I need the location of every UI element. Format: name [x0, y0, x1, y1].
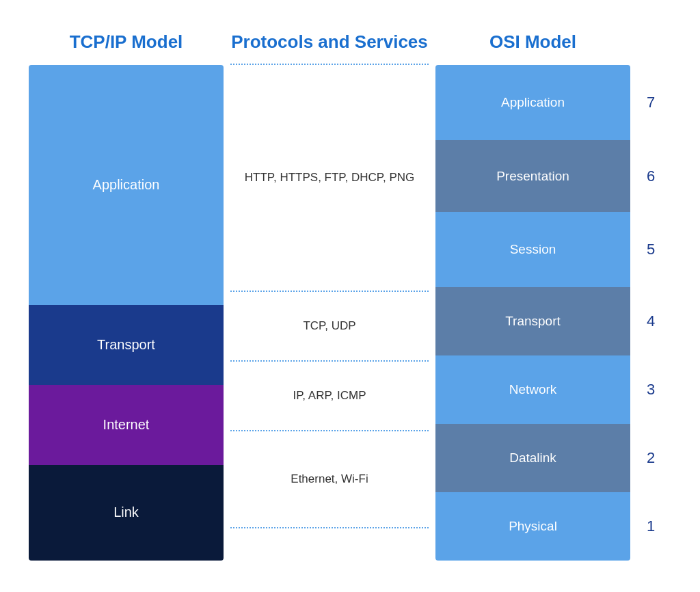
osi-num-7: 7: [630, 65, 671, 140]
tcpip-column: Application Transport Internet Link: [29, 65, 224, 561]
osi-num-6: 6: [630, 140, 671, 212]
osi-title: OSI Model: [435, 31, 630, 53]
headers-row: TCP/IP Model Protocols and Services OSI …: [29, 31, 671, 53]
tcpip-internet-label: Internet: [103, 417, 150, 433]
proto-divider-bottom: [230, 527, 429, 528]
tcpip-internet-layer: Internet: [29, 385, 224, 465]
osi-layer-6-label: Presentation: [496, 169, 569, 184]
protocol-link-text: Ethernet, Wi-Fi: [291, 472, 368, 486]
osi-layer-5-label: Session: [510, 242, 556, 257]
osi-layer-4: Transport: [435, 287, 630, 355]
osi-layer-7: Application: [435, 65, 630, 140]
osi-num-3: 3: [630, 355, 671, 424]
osi-num-7-text: 7: [647, 94, 655, 111]
osi-layer-3-label: Network: [509, 382, 557, 397]
osi-layer-4-label: Transport: [505, 314, 561, 329]
osi-layer-3: Network: [435, 355, 630, 424]
osi-layer-6: Presentation: [435, 140, 630, 212]
tcpip-application-label: Application: [93, 177, 160, 193]
osi-layer-1-label: Physical: [509, 519, 557, 534]
osi-num-3-text: 3: [647, 381, 655, 399]
protocol-internet-text: IP, ARP, ICMP: [293, 389, 366, 403]
osi-layer-1: Physical: [435, 492, 630, 561]
osi-num-5-text: 5: [647, 241, 655, 258]
osi-layer-2-label: Datalink: [509, 450, 556, 466]
osi-layer-7-label: Application: [501, 95, 565, 110]
protocols-column: HTTP, HTTPS, FTP, DHCP, PNG TCP, UDP IP,…: [224, 65, 435, 561]
osi-num-6-text: 6: [647, 167, 655, 185]
tcpip-transport-layer: Transport: [29, 305, 224, 385]
numbers-header: [630, 31, 671, 53]
osi-num-1: 1: [630, 492, 671, 561]
osi-num-4: 4: [630, 287, 671, 355]
tcpip-application-layer: Application: [29, 65, 224, 305]
protocol-application-text: HTTP, HTTPS, FTP, DHCP, PNG: [245, 171, 414, 185]
body-row: Application Transport Internet Link HTTP…: [29, 65, 671, 561]
osi-num-2-text: 2: [647, 449, 655, 467]
osi-numbers-column: 7 6 5 4 3 2 1: [630, 65, 671, 561]
tcpip-link-label: Link: [113, 504, 139, 520]
osi-column: Application Presentation Session Transpo…: [435, 65, 630, 561]
diagram-container: TCP/IP Model Protocols and Services OSI …: [22, 18, 678, 574]
protocol-internet-section: IP, ARP, ICMP: [230, 362, 429, 430]
osi-num-5: 5: [630, 212, 671, 287]
tcpip-header: TCP/IP Model: [29, 31, 224, 53]
protocol-link-section: Ethernet, Wi-Fi: [230, 431, 429, 527]
protocols-title: Protocols and Services: [224, 31, 435, 53]
osi-num-4-text: 4: [647, 312, 655, 330]
tcpip-link-layer: Link: [29, 465, 224, 561]
osi-layer-2: Datalink: [435, 424, 630, 492]
tcpip-title: TCP/IP Model: [29, 31, 224, 53]
protocols-header: Protocols and Services: [224, 31, 435, 53]
osi-num-2: 2: [630, 424, 671, 492]
tcpip-transport-label: Transport: [97, 337, 155, 353]
osi-layer-5: Session: [435, 212, 630, 287]
protocol-application-section: HTTP, HTTPS, FTP, DHCP, PNG: [230, 65, 429, 291]
osi-num-1-text: 1: [647, 517, 655, 535]
protocol-transport-section: TCP, UDP: [230, 292, 429, 360]
osi-header: OSI Model: [435, 31, 630, 53]
protocol-transport-text: TCP, UDP: [303, 319, 355, 333]
